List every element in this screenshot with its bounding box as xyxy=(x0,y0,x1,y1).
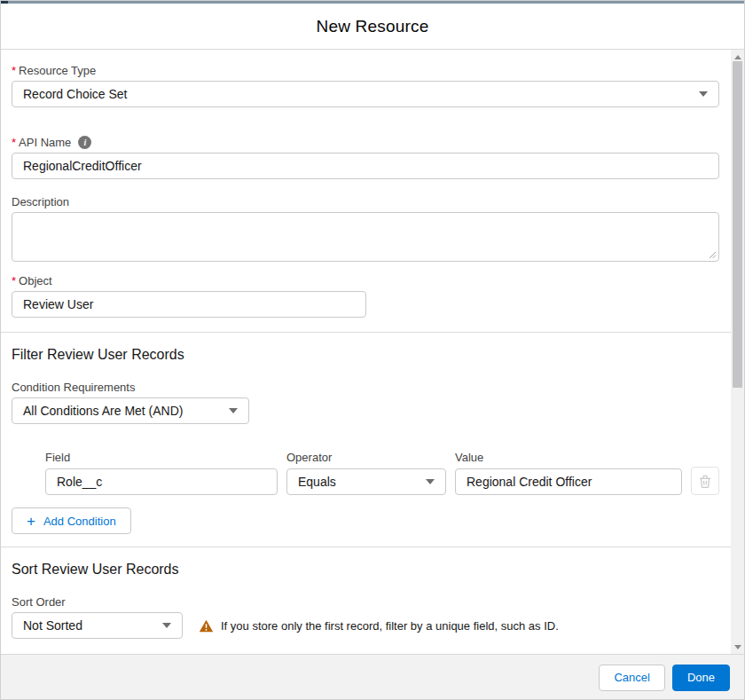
sort-order-value: Not Sorted xyxy=(23,618,82,633)
resize-handle-icon[interactable] xyxy=(709,251,717,259)
chevron-down-icon xyxy=(426,479,435,484)
operator-label-row: Operator xyxy=(286,451,446,464)
warning-text: If you store only the first record, filt… xyxy=(221,619,559,633)
new-resource-modal: New Resource * Resource Type Record Choi… xyxy=(0,0,745,700)
resource-type-value: Record Choice Set xyxy=(23,87,128,101)
condition-operator-cell: Operator Equals xyxy=(286,451,446,495)
field-label: Field xyxy=(45,451,70,464)
condition-value-input[interactable] xyxy=(455,468,682,495)
sort-section-heading: Sort Review User Records xyxy=(12,562,719,578)
sort-warning: If you store only the first record, filt… xyxy=(199,619,559,633)
done-button[interactable]: Done xyxy=(672,665,730,691)
filter-section-heading: Filter Review User Records xyxy=(12,347,719,363)
sort-order-combobox[interactable]: Not Sorted xyxy=(12,612,183,639)
add-condition-label: Add Condition xyxy=(43,515,116,528)
scrollbar-thumb[interactable] xyxy=(733,61,742,388)
description-label-row: Description xyxy=(12,195,719,208)
api-name-label: API Name xyxy=(19,136,71,149)
warning-icon xyxy=(199,619,214,633)
operator-label: Operator xyxy=(286,451,332,464)
condition-value-cell: Value xyxy=(455,451,682,495)
condition-requirements-label-row: Condition Requirements xyxy=(12,381,719,394)
operator-value: Equals xyxy=(298,475,336,489)
vertical-scrollbar[interactable] xyxy=(731,50,744,654)
plus-icon: + xyxy=(27,514,35,529)
sort-row: Not Sorted If you store only the first r… xyxy=(12,612,719,639)
form-content: * Resource Type Record Choice Set * API … xyxy=(1,50,731,654)
api-name-input[interactable] xyxy=(12,153,719,179)
section-divider xyxy=(1,332,731,333)
modal-top-accent-strip xyxy=(1,1,744,4)
cancel-button[interactable]: Cancel xyxy=(599,665,664,691)
page-title: New Resource xyxy=(316,17,428,36)
object-input[interactable] xyxy=(12,291,366,318)
delete-condition-button[interactable] xyxy=(691,467,719,495)
field-label-row: Field xyxy=(45,451,278,464)
resource-type-label-row: * Resource Type xyxy=(12,64,719,77)
modal-header: New Resource xyxy=(1,4,744,50)
required-asterisk: * xyxy=(12,64,16,77)
description-textarea[interactable] xyxy=(12,212,719,262)
section-divider xyxy=(1,547,731,547)
value-label: Value xyxy=(455,451,483,464)
add-condition-button[interactable]: + Add Condition xyxy=(12,507,131,534)
modal-footer: Cancel Done xyxy=(1,654,744,700)
info-icon[interactable]: i xyxy=(78,136,91,149)
required-asterisk: * xyxy=(12,274,16,287)
description-wrap xyxy=(12,212,719,262)
object-label-row: * Object xyxy=(12,274,719,287)
condition-field-cell: Field xyxy=(45,451,278,495)
object-label: Object xyxy=(19,274,52,287)
resource-type-combobox[interactable]: Record Choice Set xyxy=(12,81,719,107)
scroll-down-arrow-icon[interactable] xyxy=(731,641,744,652)
chevron-down-icon xyxy=(699,91,708,97)
condition-requirements-value: All Conditions Are Met (AND) xyxy=(23,404,184,418)
required-asterisk: * xyxy=(12,136,16,149)
modal-body: * Resource Type Record Choice Set * API … xyxy=(1,50,744,654)
trash-icon xyxy=(699,475,711,488)
value-label-row: Value xyxy=(455,451,682,464)
condition-requirements-label: Condition Requirements xyxy=(12,381,135,394)
description-label: Description xyxy=(12,195,69,208)
chevron-down-icon xyxy=(229,408,238,413)
sort-order-label-row: Sort Order xyxy=(12,595,719,609)
condition-requirements-combobox[interactable]: All Conditions Are Met (AND) xyxy=(12,397,249,424)
condition-row: Field Operator Equals Value xyxy=(45,451,719,495)
sort-order-label: Sort Order xyxy=(12,595,66,609)
condition-operator-combobox[interactable]: Equals xyxy=(286,468,446,495)
resource-type-label: Resource Type xyxy=(19,64,96,77)
condition-field-input[interactable] xyxy=(45,468,278,495)
api-name-label-row: * API Name i xyxy=(12,136,719,149)
chevron-down-icon xyxy=(162,623,171,628)
